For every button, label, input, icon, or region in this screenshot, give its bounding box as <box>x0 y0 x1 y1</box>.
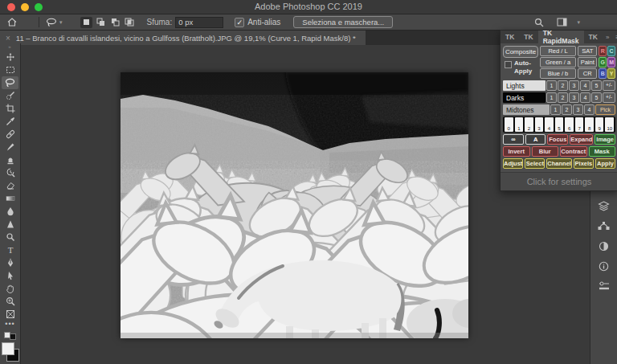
chevron-down-icon[interactable]: ▾ <box>577 19 580 26</box>
lights-1-button[interactable]: 1 <box>546 80 557 91</box>
midtones-4-button[interactable]: 4 <box>584 104 595 115</box>
chevron-down-icon[interactable]: ▾ <box>59 19 63 26</box>
antialias-checkbox[interactable]: ✓ <box>235 18 244 27</box>
red-channel-button[interactable]: Red / L <box>540 46 576 56</box>
image-button[interactable]: Image <box>595 134 615 145</box>
panel-tab-tk2[interactable]: TK <box>519 31 537 43</box>
eraser-tool[interactable] <box>2 179 18 192</box>
zone-key[interactable]: 5 <box>555 117 564 132</box>
path-selection-tool[interactable] <box>2 269 18 282</box>
healing-brush-tool[interactable] <box>2 128 18 141</box>
panel-menu-icon[interactable]: ≡ <box>612 31 617 43</box>
midtones-pick-button[interactable]: Pick <box>595 104 615 115</box>
invert-button[interactable]: Invert <box>503 146 530 157</box>
lights-plusminus-button[interactable]: +/- <box>603 80 615 91</box>
new-selection-icon[interactable] <box>80 17 92 28</box>
search-icon[interactable] <box>532 16 546 28</box>
type-tool[interactable]: T <box>2 243 18 256</box>
minimize-window-button[interactable] <box>21 3 29 11</box>
select-and-mask-button[interactable]: Seleziona e maschera... <box>293 16 393 28</box>
midtones-1-button[interactable]: 1 <box>550 104 561 115</box>
paths-icon[interactable] <box>595 219 613 232</box>
zoom-tool[interactable] <box>2 295 18 308</box>
zone-key[interactable]: 7 <box>575 117 584 132</box>
pixels-button[interactable]: Pixels <box>574 158 594 169</box>
layers-icon[interactable] <box>595 199 613 212</box>
close-tab-icon[interactable]: × <box>6 34 10 43</box>
lights-2-button[interactable]: 2 <box>558 80 568 91</box>
pen-tool[interactable] <box>2 256 18 269</box>
focus-button[interactable]: Focus <box>547 134 568 145</box>
eyedropper-tool[interactable] <box>2 115 18 128</box>
marquee-tool[interactable] <box>2 63 18 76</box>
zone-key[interactable]: 4 <box>545 117 554 132</box>
info-icon[interactable] <box>595 260 613 272</box>
home-icon[interactable] <box>5 16 19 28</box>
blur-tool[interactable] <box>2 205 18 218</box>
workspace-icon[interactable] <box>554 16 569 28</box>
lights-5-button[interactable]: 5 <box>591 80 602 91</box>
sat-button[interactable]: SAT <box>578 46 597 56</box>
zone-key[interactable]: 1 <box>515 117 524 132</box>
quick-selection-tool[interactable] <box>2 89 18 102</box>
subtract-selection-icon[interactable] <box>109 17 121 28</box>
contract-button[interactable]: Contract <box>560 146 587 157</box>
brush-tool[interactable] <box>2 141 18 153</box>
zone-key[interactable]: 9 <box>595 117 604 132</box>
darks-5-button[interactable]: 5 <box>591 92 602 103</box>
darks-4-button[interactable]: 4 <box>580 92 590 103</box>
document-canvas[interactable] <box>121 72 468 338</box>
sharpen-tool[interactable] <box>2 218 18 231</box>
lasso-tool[interactable] <box>2 76 18 89</box>
edit-toolbar-icon[interactable]: ••• <box>5 321 14 330</box>
zone-picker[interactable]: 0 1 2 3 4 5 6 7 8 9 10 <box>503 117 615 133</box>
cyan-color-button[interactable]: C <box>607 46 615 56</box>
lights-3-button[interactable]: 3 <box>569 80 579 91</box>
mask-button[interactable]: Mask <box>589 146 616 157</box>
settings-hint[interactable]: Click for settings <box>501 172 617 190</box>
antialias-checkbox-row[interactable]: ✓ Anti-alias <box>235 18 280 27</box>
zone-key[interactable]: 6 <box>565 117 574 132</box>
toolbar-collapse-icon[interactable]: » <box>8 43 11 51</box>
paint-button[interactable]: Paint <box>578 57 597 67</box>
blur-button[interactable]: Blur <box>532 146 559 157</box>
properties-icon[interactable] <box>595 280 613 292</box>
zone-key[interactable]: 0 <box>505 117 513 132</box>
channel-button[interactable]: Channel <box>546 158 572 169</box>
expand-button[interactable]: Expand <box>570 134 593 145</box>
zone-key[interactable]: 3 <box>535 117 544 132</box>
midtones-3-button[interactable]: 3 <box>573 104 583 115</box>
foreground-color-swatch[interactable] <box>2 342 14 355</box>
lights-4-button[interactable]: 4 <box>580 80 590 91</box>
midtones-2-button[interactable]: 2 <box>562 104 572 115</box>
panel-tab-tk1[interactable]: TK <box>501 31 519 43</box>
red-color-button[interactable]: R <box>599 46 607 56</box>
blue-color-button[interactable]: B <box>599 68 607 79</box>
darks-3-button[interactable]: 3 <box>569 92 579 103</box>
zone-key[interactable]: 8 <box>585 117 594 132</box>
feather-input[interactable] <box>175 17 223 28</box>
close-window-button[interactable] <box>7 3 15 11</box>
magenta-color-button[interactable]: M <box>607 57 615 67</box>
a-button[interactable]: A <box>525 134 546 145</box>
panel-tab-tk4[interactable]: TK <box>584 31 603 43</box>
crop-tool[interactable] <box>2 102 18 115</box>
blue-channel-button[interactable]: Blue / b <box>540 68 576 79</box>
green-channel-button[interactable]: Green / a <box>540 57 576 67</box>
panel-collapse-icon[interactable]: » <box>603 31 612 43</box>
move-tool[interactable] <box>2 51 18 63</box>
auto-apply-checkbox[interactable] <box>505 61 512 68</box>
green-color-button[interactable]: G <box>599 57 607 67</box>
auto-apply-row[interactable]: Auto-Apply <box>503 59 538 76</box>
cr-button[interactable]: CR <box>578 68 597 79</box>
default-colors-icon[interactable] <box>4 332 17 340</box>
clone-stamp-tool[interactable] <box>2 153 18 166</box>
yellow-color-button[interactable]: Y <box>607 68 615 79</box>
adjust-button[interactable]: Adjust <box>503 158 523 169</box>
dodge-tool[interactable] <box>2 231 18 243</box>
history-brush-tool[interactable] <box>2 166 18 179</box>
frame-tool[interactable] <box>2 308 18 321</box>
apply-button[interactable]: Apply <box>595 158 615 169</box>
select-button[interactable]: Select <box>525 158 545 169</box>
gradient-tool[interactable] <box>2 192 18 205</box>
